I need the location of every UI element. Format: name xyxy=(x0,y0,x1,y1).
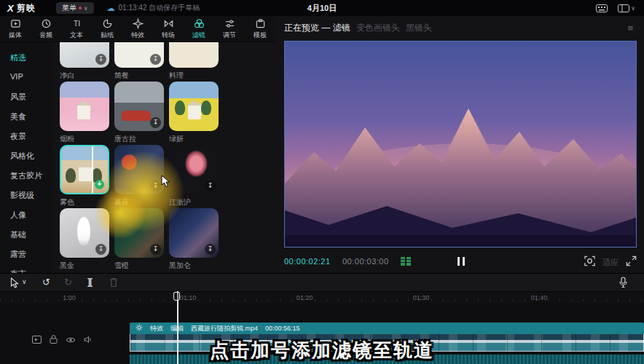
filter-name: 净白 xyxy=(60,71,109,81)
app-logo: X 剪映 xyxy=(7,2,36,15)
svg-text:TI: TI xyxy=(73,20,79,28)
compare-slider-line[interactable] xyxy=(92,146,93,193)
tab-adjust[interactable]: 调节 xyxy=(214,16,245,41)
filter-name: 绿妍 xyxy=(169,134,219,144)
layout-switch-icon[interactable]: ∨ xyxy=(618,4,635,12)
redo-button: ↻ xyxy=(64,277,72,288)
split-tool-icon[interactable]: ][ xyxy=(87,277,92,287)
tab-text[interactable]: TI 文本 xyxy=(61,16,92,41)
download-icon[interactable]: ↧ xyxy=(150,54,161,65)
filter-thumbnail[interactable] xyxy=(169,82,219,131)
fullscreen-icon[interactable] xyxy=(626,256,637,269)
filter-card[interactable]: 绿妍 xyxy=(169,82,219,144)
lock-icon[interactable] xyxy=(50,333,58,347)
filter-card[interactable]: ↧ 雪橙 xyxy=(114,208,164,271)
hide-track-eye-icon[interactable] xyxy=(66,333,76,347)
sidebar-item-food[interactable]: 美食 xyxy=(10,111,26,122)
sidebar-item-scenery[interactable]: 风景 xyxy=(10,92,26,103)
pause-button[interactable] xyxy=(458,257,466,266)
sidebar-item-portrait[interactable]: 人像 xyxy=(10,210,26,221)
filter-thumbnail[interactable] xyxy=(169,42,219,68)
mute-speaker-icon[interactable] xyxy=(84,333,93,347)
gear-icon[interactable] xyxy=(136,324,143,333)
filter-card[interactable]: ↧ 简餐 xyxy=(114,42,164,81)
playhead-handle[interactable] xyxy=(173,292,180,301)
filter-thumbnail[interactable]: + xyxy=(60,145,109,194)
chevron-down-icon[interactable]: ∨ xyxy=(22,278,27,285)
undo-button[interactable]: ↺ xyxy=(42,277,50,288)
preview-status-dim: 黑镜头 xyxy=(406,22,432,34)
filter-thumbnail[interactable]: ↧ xyxy=(60,208,109,258)
tab-media[interactable]: 媒体 xyxy=(0,16,31,41)
sidebar-item-stylized[interactable]: 风格化 xyxy=(10,151,34,162)
tab-filters[interactable]: 滤镜 xyxy=(184,16,214,41)
video-frame-mountains xyxy=(285,41,636,247)
sidebar-item-featured[interactable]: 精选 xyxy=(10,52,26,63)
tab-audio[interactable]: 音频 xyxy=(31,16,61,41)
delete-button xyxy=(109,277,118,290)
download-icon[interactable]: ↧ xyxy=(205,244,216,255)
filter-card[interactable]: ↧ 暮夜 xyxy=(114,145,164,207)
filter-name: 黑金 xyxy=(60,261,109,271)
tab-sticker[interactable]: 贴纸 xyxy=(92,16,122,41)
shortcut-keyboard-icon[interactable] xyxy=(596,4,608,12)
clip-effect-button[interactable]: 特效 xyxy=(150,324,163,333)
tab-effects[interactable]: 特效 xyxy=(122,16,153,41)
hamburger-menu-icon[interactable]: ≡ xyxy=(627,23,634,33)
filter-name: 简餐 xyxy=(114,71,164,81)
filter-thumbnail[interactable]: ↧ xyxy=(169,145,219,194)
menu-button[interactable]: 菜单 ∨ xyxy=(56,2,94,14)
filter-thumbnail[interactable]: ↧ xyxy=(60,42,109,68)
record-voiceover-icon[interactable] xyxy=(619,277,627,290)
download-icon[interactable]: ↧ xyxy=(150,117,161,128)
filter-card[interactable]: ↧ 江浙沪 xyxy=(169,145,219,207)
sidebar-item-retro-film[interactable]: 复古胶片 xyxy=(10,170,42,181)
video-viewport[interactable] xyxy=(284,41,637,248)
download-icon[interactable]: ↧ xyxy=(205,181,216,191)
filter-card[interactable]: ↧ 黑金 xyxy=(60,208,109,271)
download-icon[interactable]: ↧ xyxy=(150,181,161,191)
filter-name: 江浙沪 xyxy=(169,197,219,207)
tab-templates[interactable]: 模板 xyxy=(245,16,275,41)
filter-category-sidebar: 精选 VIP 风景 美食 夜景 风格化 复古胶片 影视级 人像 基础 露营 夜市 xyxy=(0,42,52,273)
autosave-text: 01:13:42 自动保存于草稿 xyxy=(119,3,200,13)
app-window: X 剪映 菜单 ∨ ☁ 01:13:42 自动保存于草稿 4月10日 ∨ xyxy=(0,0,644,364)
download-icon[interactable]: ↧ xyxy=(95,54,106,65)
add-to-track-icon[interactable]: + xyxy=(95,180,104,189)
filter-card[interactable]: 烟粉 xyxy=(60,82,109,144)
filter-card[interactable]: 料理 xyxy=(169,42,219,81)
select-tool-icon[interactable] xyxy=(10,277,20,290)
ruler-label: 01:40 xyxy=(531,294,548,301)
filter-name: 黑加仑 xyxy=(169,261,219,271)
filter-thumbnail[interactable]: ↧ xyxy=(114,145,164,194)
timeline-ruler[interactable]: 1:00 01:10 01:20 01:30 01:40 xyxy=(0,291,644,303)
filter-card[interactable]: ↧ 黑加仑 xyxy=(169,208,219,271)
filter-thumbnail[interactable]: ↧ xyxy=(114,42,164,68)
level-meter-icon xyxy=(401,257,411,266)
fit-mode-label[interactable]: 适应 xyxy=(602,257,619,268)
preview-quality-icon[interactable] xyxy=(584,256,595,269)
timeline-toolbar: ∨ ↺ ↻ ][ xyxy=(0,273,644,291)
ruler-label: 1:00 xyxy=(63,294,76,301)
top-bar: X 剪映 菜单 ∨ ☁ 01:13:42 自动保存于草稿 4月10日 ∨ xyxy=(0,0,644,16)
sidebar-item-camping[interactable]: 露营 xyxy=(10,249,26,260)
download-icon[interactable]: ↧ xyxy=(150,244,161,255)
asset-tabbar: 媒体 音频 TI 文本 贴纸 特效 转场 xyxy=(0,16,275,42)
filter-thumbnail[interactable] xyxy=(60,82,109,131)
sidebar-item-vip[interactable]: VIP xyxy=(10,72,23,81)
filter-name: 雪橙 xyxy=(114,261,164,271)
mouse-cursor-icon xyxy=(160,175,172,191)
filter-thumbnail[interactable]: ↧ xyxy=(114,208,164,258)
download-icon[interactable]: ↧ xyxy=(95,244,106,255)
sidebar-item-cinematic[interactable]: 影视级 xyxy=(10,190,34,201)
sidebar-item-night[interactable]: 夜景 xyxy=(10,131,26,142)
sidebar-item-basic[interactable]: 基础 xyxy=(10,229,26,240)
playhead[interactable] xyxy=(177,291,178,364)
tab-transitions[interactable]: 转场 xyxy=(153,16,184,41)
filter-card-selected[interactable]: + 雾色 xyxy=(60,145,109,207)
filter-card[interactable]: ↧ 唐古拉 xyxy=(114,82,164,144)
filter-card[interactable]: ↧ 净白 xyxy=(60,42,109,81)
filter-thumbnail[interactable]: ↧ xyxy=(114,82,164,131)
cover-icon[interactable] xyxy=(32,333,42,347)
filter-thumbnail[interactable]: ↧ xyxy=(169,208,219,258)
